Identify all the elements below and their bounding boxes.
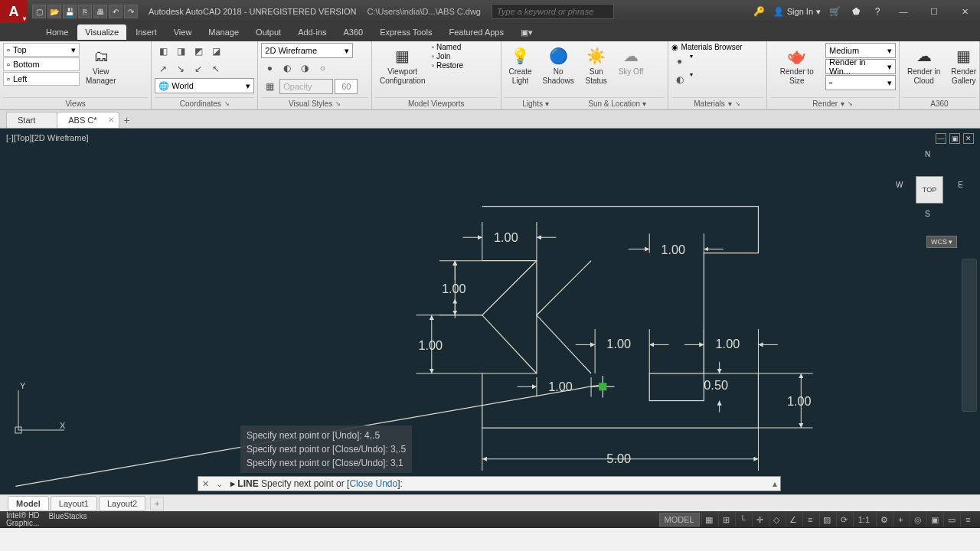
anno-scale[interactable]: 1:1 (853, 513, 874, 527)
hardware-accel-icon[interactable]: ▣ (926, 513, 942, 527)
viewport-join[interactable]: ▫ Join (431, 52, 463, 60)
render-size-select[interactable]: ▫▾ (825, 75, 896, 90)
tab-insert[interactable]: Insert (128, 24, 165, 40)
search-input[interactable] (492, 4, 614, 19)
tab-view[interactable]: View (166, 24, 200, 40)
grid-toggle[interactable]: ▦ (701, 513, 717, 527)
view-top[interactable]: Top (13, 45, 27, 54)
cmdline-close-icon[interactable]: ✕ (198, 477, 212, 491)
render-cloud-button[interactable]: ☁Render in Cloud (903, 43, 945, 86)
ucs-btn2[interactable]: ◨ (172, 43, 189, 60)
mat-btn1[interactable]: ● (671, 53, 688, 70)
minimize-button[interactable]: — (891, 3, 916, 20)
help-icon[interactable]: ? (870, 4, 885, 19)
render-to-size-button[interactable]: 🫖Render to Size (770, 43, 825, 86)
tab-home[interactable]: Home (38, 24, 76, 40)
viewport-restore[interactable]: ▫ Restore (431, 61, 463, 70)
sign-in-button[interactable]: 👤 Sign In ▾ (773, 7, 821, 17)
isolate-icon[interactable]: ◎ (910, 513, 925, 527)
view-left[interactable]: Left (13, 74, 27, 83)
vs-btn3[interactable]: ◑ (296, 60, 313, 77)
tab-toggle[interactable]: ▣▾ (513, 24, 541, 41)
ortho-toggle[interactable]: └ (735, 513, 750, 527)
viewcube-n[interactable]: N (925, 150, 930, 158)
save-icon[interactable]: 💾 (63, 5, 77, 18)
infocenter-icon[interactable]: 🔑 (752, 4, 767, 19)
workspace-icon[interactable]: ⚙ (876, 513, 891, 527)
ucs-btn7[interactable]: ↙ (190, 60, 207, 77)
view-manager-button[interactable]: 🗂View Manager (81, 43, 120, 86)
snap-toggle[interactable]: ⊞ (718, 513, 733, 527)
ucs-btn4[interactable]: ◪ (207, 43, 224, 60)
plot-icon[interactable]: 🖶 (93, 5, 107, 18)
viewcube-e[interactable]: E (958, 181, 963, 189)
tab-featured[interactable]: Featured Apps (441, 24, 511, 40)
mat-btn2[interactable]: ◐ (671, 71, 688, 88)
osnap-toggle[interactable]: ◇ (769, 513, 784, 527)
maximize-button[interactable]: ☐ (922, 3, 946, 20)
tab-addins[interactable]: Add-ins (290, 24, 334, 40)
lineweight-toggle[interactable]: ≡ (802, 513, 818, 527)
navigation-bar[interactable] (962, 259, 977, 412)
no-shadows-button[interactable]: 🔵No Shadows (538, 43, 579, 86)
view-bottom[interactable]: Bottom (13, 60, 40, 69)
wcs-badge[interactable]: WCS ▾ (926, 236, 957, 248)
tab-a360[interactable]: A360 (335, 24, 371, 40)
model-space-toggle[interactable]: MODEL (659, 513, 700, 527)
polar-toggle[interactable]: ✛ (752, 513, 767, 527)
materials-browser-button[interactable]: ◉ Materials Browser (671, 43, 743, 51)
undo-icon[interactable]: ↶ (109, 5, 122, 18)
cmdline-history-icon[interactable]: ▴ (769, 478, 780, 489)
named-views-list[interactable]: ▫Top▾ ▫Bottom ▫Left (3, 43, 80, 86)
doctab-new[interactable]: + (119, 112, 136, 128)
cycling-toggle[interactable]: ⟳ (836, 513, 851, 527)
tab-visualize[interactable]: Visualize (77, 24, 126, 40)
viewport-named[interactable]: ▫ Named (431, 43, 463, 51)
ucs-world-select[interactable]: 🌐 World▾ (155, 78, 254, 93)
a360-icon[interactable]: ⬟ (848, 4, 864, 19)
panel-materials-label: Materials (694, 99, 725, 108)
ucs-btn6[interactable]: ↘ (172, 60, 189, 77)
doctab-close-icon[interactable]: ✕ (108, 116, 114, 124)
cleanscreen-icon[interactable]: ▭ (943, 513, 959, 527)
drawing-canvas[interactable]: [-][Top][2D Wireframe] — ▣ ✕ 1.00 1.00 (0, 129, 980, 494)
anno-monitor-icon[interactable]: + (893, 513, 908, 527)
cmdline-settings-icon[interactable]: ⌄ (212, 477, 226, 491)
tab-express[interactable]: Express Tools (372, 24, 439, 40)
otrack-toggle[interactable]: ∠ (786, 513, 801, 527)
viewport-config-button[interactable]: ▦Viewport Configuration (375, 43, 430, 86)
exchange-icon[interactable]: 🛒 (827, 4, 842, 19)
tab-output[interactable]: Output (248, 24, 289, 40)
open-icon[interactable]: 📂 (47, 5, 61, 18)
ucs-btn3[interactable]: ◩ (190, 43, 207, 60)
viewcube-w[interactable]: W (896, 181, 903, 189)
render-dest-select[interactable]: Render in Win...▾ (825, 59, 896, 74)
viewcube-top-face[interactable]: TOP (916, 176, 943, 204)
viewcube-s[interactable]: S (925, 210, 930, 218)
ucs-btn8[interactable]: ↖ (207, 60, 224, 77)
visual-style-select[interactable]: 2D Wireframe▾ (261, 43, 353, 58)
render-quality-select[interactable]: Medium▾ (825, 43, 896, 58)
app-menu-button[interactable]: A (0, 0, 28, 23)
viewcube[interactable]: N W E S TOP (899, 150, 960, 234)
redo-icon[interactable]: ↷ (124, 5, 138, 18)
ucs-btn5[interactable]: ↗ (155, 60, 172, 77)
saveas-icon[interactable]: ⎘ (78, 5, 92, 18)
vs-btn1[interactable]: ● (261, 60, 278, 77)
ucs-icon-btn[interactable]: ◧ (155, 43, 172, 60)
doctab-file[interactable]: ABS C*✕ (57, 112, 119, 128)
vs-btn2[interactable]: ◐ (279, 60, 296, 77)
tab-manage[interactable]: Manage (201, 24, 247, 40)
doctab-start[interactable]: Start (6, 112, 57, 128)
render-gallery-button[interactable]: ▦Render Gallery (946, 43, 980, 86)
vs-btn4[interactable]: ○ (314, 60, 331, 77)
command-line[interactable]: ✕ ⌄ ▸ LINE Specify next point or [Close … (198, 476, 781, 491)
create-light-button[interactable]: 💡Create Light (505, 43, 537, 86)
new-icon[interactable]: ▢ (32, 5, 46, 18)
transparency-toggle[interactable]: ▨ (819, 513, 835, 527)
close-button[interactable]: ✕ (952, 3, 977, 20)
customize-icon[interactable]: ≡ (960, 513, 975, 527)
sun-status-button[interactable]: ☀️Sun Status (580, 43, 612, 86)
panel-coords-label: Coordinates (180, 99, 221, 108)
opacity-toggle[interactable]: ▦ (261, 78, 278, 95)
